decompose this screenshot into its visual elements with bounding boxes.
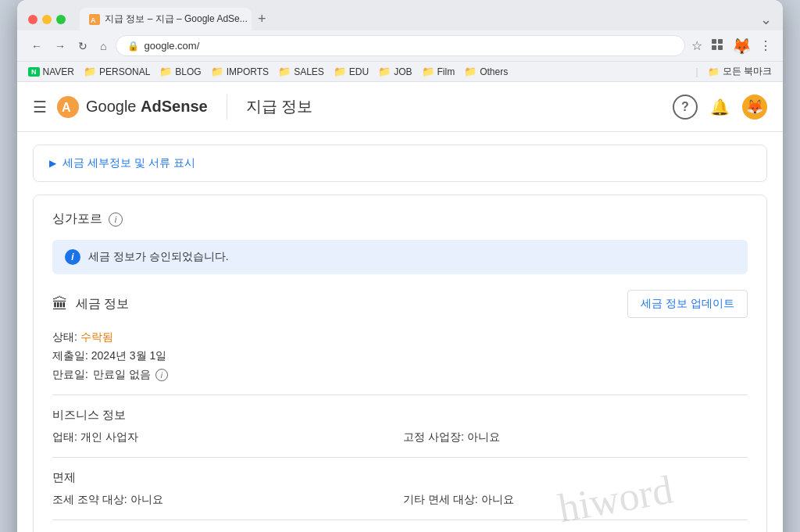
svg-rect-5 xyxy=(718,45,723,50)
page-content: ☰ A Google AdSense 지급 정보 ? 🔔 🦊 xyxy=(17,82,783,532)
back-btn[interactable]: ← xyxy=(28,37,45,55)
bookmark-blog-label: BLOG xyxy=(175,66,201,77)
adsense-header: ☰ A Google AdSense 지급 정보 ? 🔔 🦊 xyxy=(17,82,783,132)
fixed-business-value: 아니요 xyxy=(467,430,500,443)
update-tax-btn[interactable]: 세금 정보 업데이트 xyxy=(627,290,748,318)
refresh-btn[interactable]: ↻ xyxy=(75,37,91,55)
adsense-logo: A Google AdSense xyxy=(56,95,208,119)
nav-bar: ← → ↻ ⌂ 🔒 google.com/ ☆ 🦊 ⋮ xyxy=(17,30,783,62)
bookmarks-bar: N NAVER 📁 PERSONAL 📁 BLOG 📁 IMPORTS 📁 SA… xyxy=(17,62,783,82)
minimize-dot[interactable] xyxy=(42,15,52,24)
all-bookmarks-btn[interactable]: | 📁 모든 북마크 xyxy=(696,65,772,78)
bookmark-blog[interactable]: 📁 BLOG xyxy=(159,66,201,77)
address-bar[interactable]: 🔒 google.com/ xyxy=(116,35,685,56)
business-info-grid: 업태: 개인 사업자 고정 사업장: 아니요 xyxy=(52,430,748,445)
status-value: 수락됨 xyxy=(80,330,113,343)
bank-icon: 🏛 xyxy=(52,295,68,313)
tax-info-title: 🏛 세금 정보 xyxy=(52,295,129,313)
expire-info-icon[interactable]: i xyxy=(155,369,168,381)
bookmark-edu-label: EDU xyxy=(349,66,369,77)
section-divider-2 xyxy=(52,457,748,458)
bookmark-edu[interactable]: 📁 EDU xyxy=(334,66,369,77)
folder-icon: 📁 xyxy=(211,66,223,77)
extensions-btn[interactable] xyxy=(710,37,724,55)
bookmark-others[interactable]: 📁 Others xyxy=(464,66,508,77)
bookmark-naver[interactable]: N NAVER xyxy=(28,66,74,77)
folder-icon: 📁 xyxy=(464,66,477,77)
bookmark-film[interactable]: 📁 Film xyxy=(422,66,455,77)
svg-text:A: A xyxy=(91,16,96,24)
other-exemption-label: 기타 면세 대상: xyxy=(403,493,478,505)
approval-banner: i 세금 정보가 승인되었습니다. xyxy=(52,240,748,274)
info-banner-text: 세금 정보가 승인되었습니다. xyxy=(88,250,229,264)
singapore-header: 싱가포르 i xyxy=(52,211,748,227)
bookmark-personal[interactable]: 📁 PERSONAL xyxy=(84,66,150,77)
bookmark-imports[interactable]: 📁 IMPORTS xyxy=(211,66,269,77)
close-dot[interactable] xyxy=(28,15,38,24)
home-btn[interactable]: ⌂ xyxy=(97,37,109,55)
bookmark-sales[interactable]: 📁 SALES xyxy=(278,66,324,77)
svg-text:A: A xyxy=(62,101,71,114)
header-divider xyxy=(227,95,227,120)
fixed-business-field: 고정 사업장: 아니요 xyxy=(403,430,748,445)
folder-icon: 📁 xyxy=(84,66,96,77)
window-chevron-down[interactable]: ⌄ xyxy=(760,11,772,28)
svg-rect-3 xyxy=(718,39,723,44)
svg-rect-2 xyxy=(712,39,716,44)
bookmarks-divider: | xyxy=(696,66,698,77)
adsense-logo-text: Google AdSense xyxy=(86,98,208,116)
svg-rect-4 xyxy=(712,45,716,50)
status-label: 상태: xyxy=(52,330,77,343)
header-actions: ? 🔔 🦊 xyxy=(673,95,767,120)
maximize-dot[interactable] xyxy=(56,15,66,24)
folder-icon: 📁 xyxy=(378,66,391,77)
all-bookmarks-label: 모든 북마크 xyxy=(723,65,772,78)
status-row: 상태: 수락됨 xyxy=(52,330,748,345)
singapore-card: 싱가포르 i i 세금 정보가 승인되었습니다. 🏛 세금 정보 세금 정보 업… xyxy=(33,195,767,532)
tax-treaty-value: 아니요 xyxy=(130,493,163,505)
browser-window: A 지급 정보 – 지급 – Google AdSe... × + ⌄ ← → … xyxy=(17,0,783,532)
forward-btn[interactable]: → xyxy=(52,37,69,55)
main-content: ▶ 세금 세부정보 및 서류 표시 싱가포르 i i 세금 정보가 승인되었습니… xyxy=(17,145,783,532)
tax-treaty-field: 조세 조약 대상: 아니요 xyxy=(52,493,397,507)
new-tab-btn[interactable]: + xyxy=(252,8,273,30)
business-type-label: 업태: xyxy=(52,430,77,443)
title-bar: A 지급 정보 – 지급 – Google AdSe... × + ⌄ xyxy=(17,0,783,30)
section-divider-1 xyxy=(52,395,748,395)
exemption-grid: 조세 조약 대상: 아니요 기타 면세 대상: 아니요 xyxy=(52,493,748,507)
business-info-title: 비즈니스 정보 xyxy=(52,408,748,423)
tax-details-toggle-show[interactable]: ▶ 세금 세부정보 및 서류 표시 xyxy=(49,156,751,170)
tax-details-show-label: 세금 세부정보 및 서류 표시 xyxy=(62,156,195,170)
expire-row: 만료일: 만료일 없음 i xyxy=(52,368,748,382)
bookmark-job[interactable]: 📁 JOB xyxy=(378,66,412,77)
bookmark-imports-label: IMPORTS xyxy=(227,66,269,77)
tax-details-show-card: ▶ 세금 세부정보 및 서류 표시 xyxy=(33,145,767,182)
fixed-business-label: 고정 사업장: xyxy=(403,430,464,443)
notifications-btn[interactable]: 🔔 xyxy=(710,98,730,116)
hamburger-btn[interactable]: ☰ xyxy=(33,98,47,116)
star-btn[interactable]: ☆ xyxy=(691,38,702,53)
exemption-title: 면제 xyxy=(52,470,748,485)
profile-avatar-nav[interactable]: 🦊 xyxy=(732,38,752,54)
user-avatar[interactable]: 🦊 xyxy=(742,95,767,120)
bookmark-others-label: Others xyxy=(480,66,508,77)
singapore-info-icon[interactable]: i xyxy=(109,212,123,227)
bookmark-sales-label: SALES xyxy=(294,66,324,77)
tax-info-title-text: 세금 정보 xyxy=(76,296,129,312)
page-title: 지급 정보 xyxy=(246,96,313,117)
expire-label: 만료일: xyxy=(52,368,88,382)
traffic-lights xyxy=(28,15,66,24)
submit-date-value: 2024년 3월 1일 xyxy=(91,349,167,362)
bookmark-film-label: Film xyxy=(438,66,455,77)
help-btn[interactable]: ? xyxy=(673,95,698,120)
active-tab[interactable]: A 지급 정보 – 지급 – Google AdSe... × xyxy=(80,8,252,30)
nav-icons: ☆ 🦊 ⋮ xyxy=(691,37,772,55)
expire-value: 만료일 없음 xyxy=(93,368,151,382)
other-exemption-field: 기타 면세 대상: 아니요 xyxy=(403,493,748,507)
tab-favicon: A xyxy=(89,14,100,25)
folder-icon: 📁 xyxy=(422,66,434,77)
more-btn[interactable]: ⋮ xyxy=(759,38,772,53)
singapore-label: 싱가포르 xyxy=(52,211,102,227)
tax-treaty-label: 조세 조약 대상: xyxy=(52,493,127,505)
business-type-value: 개인 사업자 xyxy=(80,430,138,443)
